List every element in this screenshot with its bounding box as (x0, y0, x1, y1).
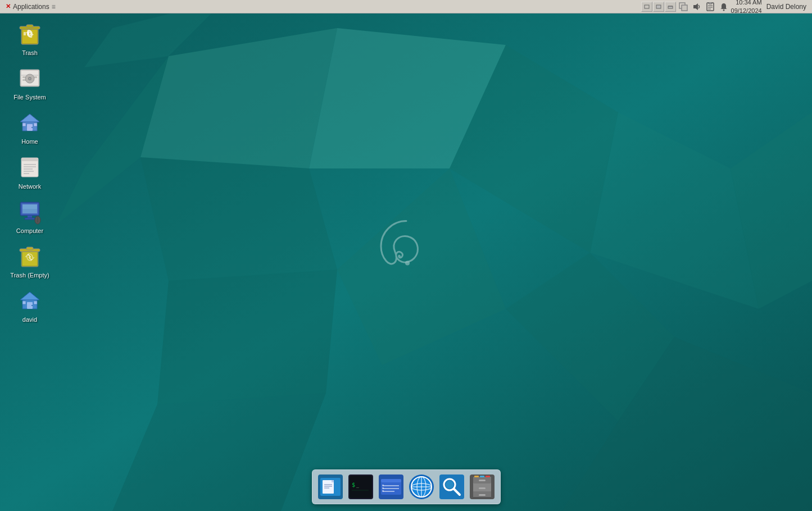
taskbar-item-file-manager[interactable] (376, 472, 406, 501)
svg-text:_: _ (356, 483, 359, 488)
taskbar-item-files[interactable] (316, 472, 345, 501)
applications-label: Applications (13, 3, 49, 11)
svg-rect-49 (34, 123, 37, 126)
desktop: ✕ Applications ≡ (0, 0, 812, 511)
svg-rect-94 (382, 485, 384, 486)
system-tray (678, 2, 729, 12)
svg-marker-70 (20, 292, 39, 300)
filesystem-icon (16, 65, 43, 92)
svg-point-43 (29, 78, 31, 80)
panel-left: ✕ Applications ≡ (0, 2, 59, 12)
top-panel: ✕ Applications ≡ (0, 0, 812, 13)
wm-btn-2[interactable] (653, 2, 664, 12)
svg-rect-73 (22, 301, 26, 304)
svg-point-29 (723, 9, 724, 11)
filesystem-label: File System (13, 94, 46, 101)
svg-rect-17 (645, 5, 649, 8)
svg-rect-113 (479, 480, 486, 481)
svg-text:$: $ (352, 482, 355, 488)
desktop-icon-filesystem[interactable]: File System (4, 61, 55, 104)
wm-btn-3[interactable] (665, 2, 676, 12)
svg-point-72 (31, 305, 33, 306)
svg-rect-118 (486, 476, 490, 477)
computer-icon (16, 198, 43, 225)
trash-empty-icon (16, 243, 43, 270)
desktop-icon-trash[interactable]: Trash (4, 17, 55, 60)
svg-rect-117 (480, 476, 484, 477)
datetime-display: 10:34 AM 09/12/2024 (731, 0, 762, 15)
svg-rect-19 (668, 6, 673, 8)
home-label: Home (21, 138, 38, 145)
network-label: Network (19, 183, 41, 190)
taskbar-item-terminal[interactable]: $ _ (346, 472, 375, 501)
username-display[interactable]: David Delony (764, 3, 809, 11)
taskbar: $ _ (312, 469, 501, 504)
svg-point-106 (446, 481, 453, 489)
apps-separator: ≡ (52, 3, 56, 11)
date-display: 09/12/2024 (731, 7, 762, 15)
desktop-icons-container: Trash File System (4, 17, 55, 328)
home-icon (16, 109, 43, 136)
computer-label: Computer (16, 227, 43, 235)
svg-rect-62 (25, 218, 35, 220)
svg-rect-18 (656, 5, 661, 8)
clipboard-icon[interactable] (705, 2, 715, 12)
svg-rect-22 (682, 5, 687, 11)
panel-right: 10:34 AM 09/12/2024 David Delony (641, 0, 812, 15)
david-label: david (22, 316, 37, 323)
desktop-icon-trash-empty[interactable]: Trash (Empty) (4, 239, 55, 282)
desktop-icon-home[interactable]: Home (4, 106, 55, 149)
svg-rect-95 (382, 487, 384, 489)
svg-rect-115 (479, 494, 486, 496)
svg-marker-45 (20, 114, 39, 122)
svg-rect-96 (382, 490, 384, 492)
taskbar-item-search[interactable] (437, 472, 466, 501)
svg-rect-35 (26, 25, 33, 28)
svg-rect-90 (381, 479, 401, 482)
wm-btn-1[interactable] (641, 2, 652, 12)
svg-rect-32 (24, 32, 26, 35)
applications-menu[interactable]: ✕ Applications ≡ (2, 2, 59, 12)
debian-swirl (373, 216, 440, 289)
svg-point-47 (31, 127, 33, 128)
svg-rect-74 (34, 301, 37, 304)
desktop-icon-computer[interactable]: Computer (4, 195, 55, 238)
time-display: 10:34 AM (731, 0, 762, 7)
svg-rect-33 (27, 31, 29, 35)
taskbar-item-browser[interactable] (407, 472, 436, 501)
volume-icon[interactable] (692, 2, 702, 12)
compositing-icon[interactable] (678, 2, 688, 12)
svg-marker-23 (693, 3, 698, 10)
svg-rect-48 (22, 123, 26, 126)
svg-rect-114 (479, 487, 486, 489)
svg-rect-79 (332, 480, 334, 482)
trash-full-label: Trash (22, 49, 38, 57)
x-icon: ✕ (6, 3, 11, 10)
svg-marker-2 (140, 157, 337, 281)
wm-buttons (641, 2, 676, 12)
notification-icon[interactable] (719, 2, 729, 12)
svg-rect-68 (26, 247, 33, 250)
desktop-icon-network[interactable]: Network (4, 150, 55, 194)
desktop-icon-david[interactable]: david (4, 284, 55, 327)
network-icon (16, 154, 43, 181)
home-user-icon (16, 287, 43, 314)
trash-empty-label: Trash (Empty) (10, 272, 49, 279)
svg-point-16 (405, 261, 410, 266)
taskbar-item-cabinet[interactable] (468, 472, 497, 501)
svg-rect-116 (474, 476, 479, 477)
trash-full-icon (16, 20, 43, 47)
svg-rect-60 (22, 204, 37, 209)
svg-rect-51 (21, 158, 38, 161)
svg-marker-6 (157, 270, 337, 404)
svg-rect-25 (709, 2, 712, 4)
